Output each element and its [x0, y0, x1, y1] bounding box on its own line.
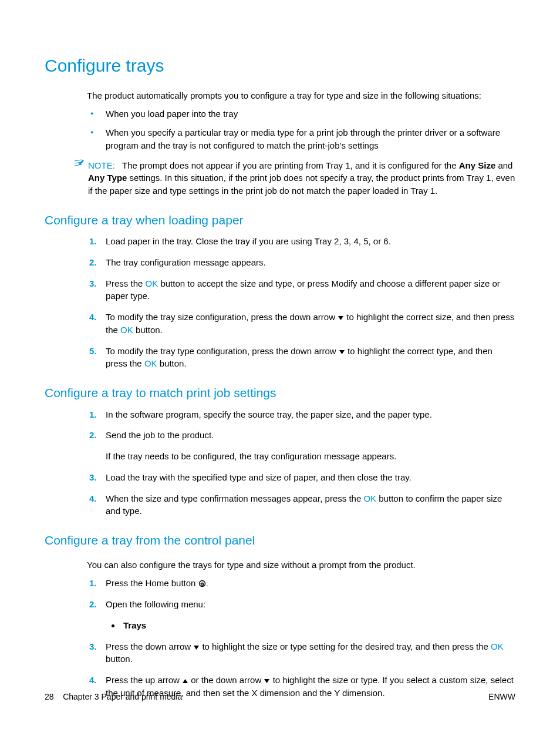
page-footer: 28 Chapter 3 Paper and print media ENWW [45, 691, 515, 703]
ok-text: OK [146, 278, 158, 288]
svg-marker-6 [183, 679, 188, 683]
intro-text: The product automatically prompts you to… [87, 89, 515, 102]
chapter-label: Chapter 3 Paper and print media [63, 692, 182, 701]
section-heading: Configure a tray when loading paper [45, 211, 515, 229]
document-page: Configure trays The product automaticall… [0, 0, 560, 731]
list-item: Load paper in the tray. Close the tray i… [89, 235, 515, 248]
list-item: Load the tray with the specified type an… [89, 471, 515, 484]
page-number: 28 [45, 692, 54, 701]
list-item: When the size and type confirmation mess… [89, 492, 515, 518]
step-subtext: If the tray needs to be configured, the … [106, 450, 515, 463]
step-text: Open the following menu: [106, 599, 205, 609]
ok-text: OK [144, 358, 157, 368]
footer-right: ENWW [488, 691, 515, 703]
list-item: When you specify a particular tray or me… [89, 126, 515, 152]
svg-marker-7 [264, 679, 269, 683]
section2-steps: In the software program, specify the sou… [89, 408, 515, 518]
step-text: Press the Home button [106, 578, 198, 588]
section3-intro: You can also configure the trays for typ… [87, 559, 515, 572]
menu-item: Trays [123, 620, 146, 630]
list-item: When you load paper into the tray [89, 107, 515, 120]
ok-text: OK [491, 641, 504, 651]
arrow-up-icon [182, 678, 188, 684]
step-text: button to accept the size and type, or p… [106, 278, 500, 301]
arrow-down-icon [193, 645, 200, 650]
note-label: NOTE: [88, 160, 115, 170]
section1-steps: Load paper in the tray. Close the tray i… [89, 235, 515, 370]
step-text: . [206, 578, 208, 588]
list-item: In the software program, specify the sou… [89, 408, 515, 421]
arrow-down-icon [338, 315, 344, 321]
inner-list: Trays [121, 619, 515, 632]
list-item: Press the down arrow to highlight the si… [89, 640, 515, 666]
list-item: Trays [121, 619, 515, 632]
section-heading: Configure a tray to match print job sett… [45, 384, 515, 402]
note-box: NOTE: The prompt does not appear if you … [74, 159, 515, 197]
step-text: Press the [106, 278, 146, 288]
intro-bullets: When you load paper into the tray When y… [89, 107, 515, 152]
svg-marker-5 [194, 646, 199, 650]
list-item: Press the OK button to accept the size a… [89, 277, 515, 303]
svg-rect-4 [201, 584, 203, 585]
step-text: to highlight the size or type setting fo… [200, 641, 491, 651]
svg-marker-0 [338, 316, 343, 320]
section3-steps: Press the Home button . Open the followi… [89, 577, 515, 699]
step-text: To modify the tray size configuration, p… [106, 312, 338, 322]
note-icon [74, 159, 86, 169]
note-body-mid: and [495, 160, 512, 170]
note-bold-2: Any Type [88, 173, 127, 183]
arrow-down-icon [264, 678, 270, 684]
note-text: NOTE: The prompt does not appear if you … [88, 159, 515, 197]
svg-marker-1 [339, 350, 345, 354]
note-body-pre: The prompt does not appear if you are pr… [122, 160, 459, 170]
list-item: Open the following menu: Trays [89, 598, 515, 632]
arrow-down-icon [339, 350, 345, 355]
home-icon [198, 580, 206, 587]
step-text: button. [133, 325, 163, 335]
section-heading: Configure a tray from the control panel [45, 532, 515, 549]
list-item: The tray configuration message appears. [89, 256, 515, 269]
ok-text: OK [363, 493, 376, 503]
step-text: button. [106, 654, 133, 664]
footer-left: 28 Chapter 3 Paper and print media [45, 691, 182, 703]
page-title: Configure trays [45, 53, 515, 79]
step-text: or the down arrow [188, 675, 264, 685]
step-text: To modify the tray type configuration, p… [106, 346, 339, 356]
list-item: Press the Home button . [89, 577, 515, 590]
list-item: To modify the tray size configuration, p… [89, 311, 515, 337]
note-bold-1: Any Size [459, 160, 496, 170]
step-text: Press the down arrow [106, 641, 193, 651]
step-text: Press the up arrow [106, 675, 182, 685]
step-text: button. [157, 358, 187, 368]
ok-text: OK [120, 325, 133, 335]
step-text: When the size and type confirmation mess… [106, 493, 363, 503]
step-text: Send the job to the product. [106, 430, 214, 440]
list-item: To modify the tray type configuration, p… [89, 345, 515, 371]
note-body-post: settings. In this situation, if the prin… [88, 173, 515, 196]
list-item: Send the job to the product. If the tray… [89, 429, 515, 463]
